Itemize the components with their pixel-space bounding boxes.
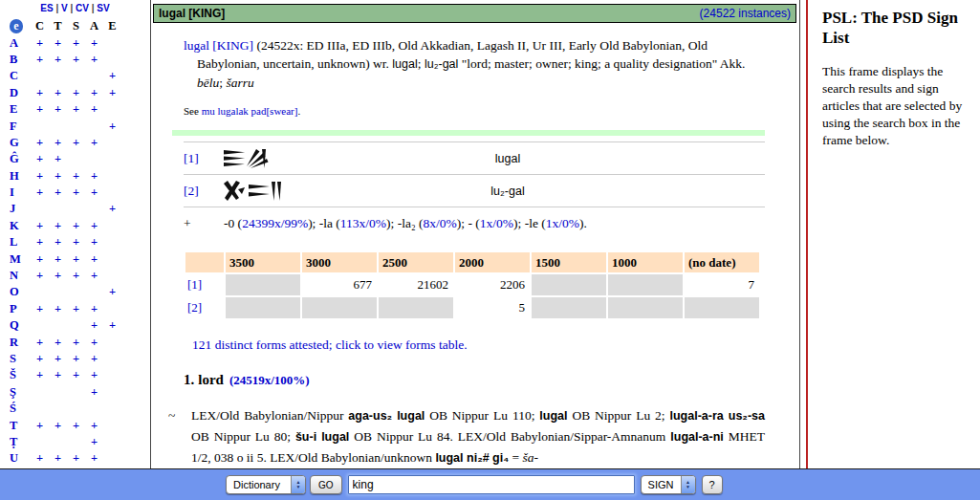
letter-link-ş[interactable]: Ş [10,384,31,401]
letter-section-link[interactable]: + [49,135,67,151]
letter-section-link[interactable]: + [31,52,49,68]
letter-section-link[interactable]: + [31,351,49,367]
letter-section-link[interactable]: + [67,52,85,68]
letter-section-link[interactable]: + [49,367,67,383]
letter-link-g[interactable]: G [10,135,31,151]
top-link-v[interactable]: V [61,3,68,13]
letter-section-link[interactable]: + [67,301,85,317]
letter-section-link[interactable]: + [31,301,49,317]
letter-section-link[interactable]: + [85,135,103,151]
letter-section-link[interactable]: + [31,334,49,350]
letter-section-link[interactable]: + [67,250,85,267]
letter-section-link[interactable]: + [103,317,121,334]
top-link-cv[interactable]: CV [76,3,89,13]
letter-section-link[interactable]: + [31,250,49,267]
letter-link-m[interactable]: M [10,250,31,267]
go-button[interactable]: GO [310,475,342,494]
letter-link-p[interactable]: P [10,301,31,317]
letter-link-d[interactable]: D [10,85,31,101]
letter-section-link[interactable]: + [31,268,49,284]
letter-section-link[interactable]: + [49,250,67,267]
letter-section-link[interactable]: + [67,168,85,185]
letter-section-link[interactable]: + [67,185,85,201]
letter-section-link[interactable]: + [31,367,49,383]
letter-section-link[interactable]: + [67,417,85,433]
letter-section-link[interactable]: + [31,185,49,201]
letter-section-link[interactable]: + [67,135,85,151]
letter-section-link[interactable]: + [49,85,67,101]
letter-section-link[interactable]: + [85,250,103,267]
letter-section-link[interactable]: + [49,168,67,185]
letter-link-s[interactable]: S [10,351,31,367]
letter-section-link[interactable]: + [31,450,49,467]
letter-section-link[interactable]: + [85,34,103,51]
help-button[interactable]: ? [702,475,723,494]
letter-link-k[interactable]: K [10,218,31,234]
letter-link-n[interactable]: N [10,268,31,284]
letter-section-link[interactable]: + [85,417,103,433]
letter-section-link[interactable]: + [49,234,67,250]
letter-section-link[interactable]: + [85,234,103,250]
letter-section-link[interactable]: + [103,118,121,134]
epsd-logo-icon[interactable]: e [10,19,23,33]
letter-section-link[interactable]: + [85,185,103,201]
letter-section-link[interactable]: + [103,284,121,300]
letter-section-link[interactable]: + [67,334,85,350]
letter-section-link[interactable]: + [49,450,67,467]
inline-link[interactable]: lugal [KING] [184,38,253,53]
letter-section-link[interactable]: + [31,101,49,118]
letter-section-link[interactable]: + [85,268,103,284]
letter-section-link[interactable]: + [49,268,67,284]
inline-link[interactable]: 1x/0% [480,216,513,230]
letter-section-link[interactable]: + [85,101,103,118]
letter-section-link[interactable]: + [67,450,85,467]
letter-link-c[interactable]: C [10,68,31,84]
letter-section-link[interactable]: + [85,218,103,234]
letter-section-link[interactable]: + [67,367,85,383]
date-row-label-link[interactable]: [2] [185,297,224,318]
letter-section-link[interactable]: + [85,168,103,185]
letter-section-link[interactable]: + [49,334,67,350]
letter-section-link[interactable]: + [49,101,67,118]
letter-section-link[interactable]: + [85,317,103,334]
inline-link[interactable]: 113x/0% [340,216,386,230]
inline-link[interactable]: 24399x/99% [242,216,308,230]
letter-section-link[interactable]: + [85,301,103,317]
letter-link-ś[interactable]: Ś [10,401,31,417]
sign-number-link[interactable]: [2] [184,184,224,199]
letter-section-link[interactable]: + [31,218,49,234]
instances-count-link[interactable]: (24522 instances) [700,7,791,20]
letter-link-u[interactable]: U [10,450,31,467]
letter-link-q[interactable]: Q [10,317,31,334]
letter-link-a[interactable]: A [10,34,31,51]
letter-section-link[interactable]: + [85,351,103,367]
letter-link-r[interactable]: R [10,334,31,350]
letter-section-link[interactable]: + [31,85,49,101]
letter-section-link[interactable]: + [103,85,121,101]
letter-section-link[interactable]: + [67,101,85,118]
letter-section-link[interactable]: + [67,218,85,234]
letter-section-link[interactable]: + [85,367,103,383]
sign-number-link[interactable]: [1] [184,151,224,166]
letter-link-ĝ[interactable]: Ĝ [10,151,31,167]
letter-link-i[interactable]: I [10,185,31,201]
letter-section-link[interactable]: + [49,52,67,68]
letter-section-link[interactable]: + [49,34,67,51]
letter-section-link[interactable]: + [31,34,49,51]
search-input[interactable] [348,475,635,494]
letter-section-link[interactable]: + [67,268,85,284]
letter-link-š[interactable]: Š [10,367,31,383]
letter-link-j[interactable]: J [10,201,31,217]
inline-link[interactable]: 8x/0% [424,216,457,230]
dictionary-select[interactable]: Dictionary ▲▼ [226,475,306,494]
letter-section-link[interactable]: + [67,234,85,250]
letter-section-link[interactable]: + [31,151,49,167]
letter-link-e[interactable]: E [10,101,31,118]
letter-link-o[interactable]: O [10,284,31,300]
letter-section-link[interactable]: + [49,417,67,433]
letter-section-link[interactable]: + [49,351,67,367]
forms-table-link[interactable]: 121 distinct forms attested; click to vi… [192,337,765,353]
letter-link-ṭ[interactable]: Ṭ [10,434,31,450]
sign-select[interactable]: SIGN ▲▼ [641,475,696,494]
letter-section-link[interactable]: + [31,168,49,185]
